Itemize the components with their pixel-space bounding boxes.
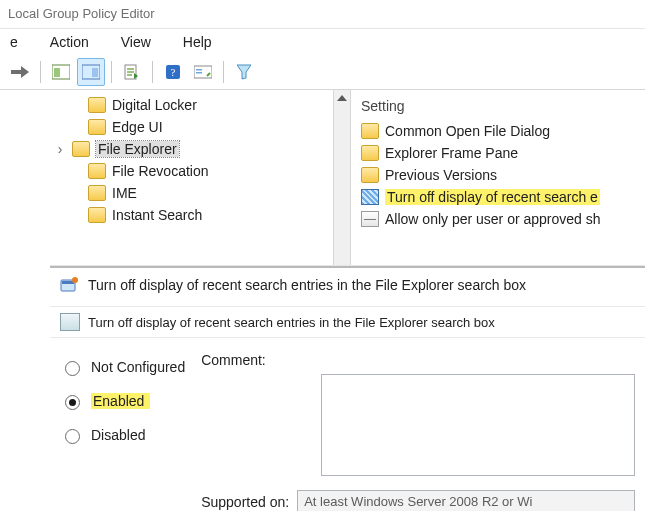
- panel-tree-icon: [52, 64, 70, 80]
- list-item-common-open-file-dialog[interactable]: Common Open File Dialog: [361, 120, 635, 142]
- list-item-label: Turn off display of recent search e: [385, 189, 600, 205]
- forward-button[interactable]: [6, 58, 34, 86]
- show-hide-action-pane-button[interactable]: [77, 58, 105, 86]
- list-item-label: Previous Versions: [385, 167, 497, 183]
- funnel-icon: [237, 64, 251, 80]
- supported-on-field: At least Windows Server 2008 R2 or Wi: [297, 490, 635, 511]
- tree-item-label: File Explorer: [96, 141, 179, 157]
- list-item-allow-only-per-user[interactable]: Allow only per user or approved sh: [361, 208, 635, 230]
- menu-bar: e Action View Help: [0, 29, 645, 55]
- svg-point-12: [72, 277, 78, 283]
- folder-icon: [361, 167, 379, 183]
- tree-item-label: Digital Locker: [112, 97, 197, 113]
- list-item-turn-off-recent-search[interactable]: Turn off display of recent search e: [361, 186, 635, 208]
- radio-disabled[interactable]: Disabled: [60, 426, 185, 444]
- comment-textarea[interactable]: [321, 374, 635, 476]
- tree-item-file-explorer[interactable]: › File Explorer: [0, 138, 350, 160]
- radio-enabled[interactable]: Enabled: [60, 392, 185, 410]
- svg-rect-3: [92, 68, 98, 77]
- show-hide-tree-button[interactable]: [47, 58, 75, 86]
- dialog-subtitle: Turn off display of recent search entrie…: [88, 315, 495, 330]
- window-title: Local Group Policy Editor: [0, 0, 645, 29]
- policy-dialog-icon: [60, 276, 80, 294]
- folder-icon: [72, 141, 90, 157]
- radio-not-configured[interactable]: Not Configured: [60, 358, 185, 376]
- svg-rect-9: [196, 72, 202, 74]
- svg-rect-11: [62, 281, 74, 284]
- settings-icon: [60, 313, 80, 331]
- folder-icon: [88, 163, 106, 179]
- scroll-up-icon[interactable]: [334, 90, 350, 106]
- svg-rect-8: [196, 69, 202, 71]
- tree-item-label: File Revocation: [112, 163, 209, 179]
- separator: [223, 61, 224, 83]
- menu-help[interactable]: Help: [179, 32, 216, 52]
- menu-view[interactable]: View: [117, 32, 155, 52]
- folder-icon: [88, 119, 106, 135]
- toolbar: ?: [0, 55, 645, 90]
- expander-icon[interactable]: ›: [54, 141, 66, 157]
- menu-action[interactable]: Action: [46, 32, 93, 52]
- list-item-label: Explorer Frame Pane: [385, 145, 518, 161]
- separator: [40, 61, 41, 83]
- forward-arrow-icon: [11, 65, 29, 79]
- properties-button[interactable]: [189, 58, 217, 86]
- policy-properties-dialog: Turn off display of recent search entrie…: [50, 266, 645, 511]
- list-item-label: Allow only per user or approved sh: [385, 211, 601, 227]
- supported-on-label: Supported on:: [201, 494, 289, 510]
- radio-input-disabled[interactable]: [65, 429, 80, 444]
- dialog-subtitle-row: Turn off display of recent search entrie…: [50, 306, 645, 338]
- tree-item-ime[interactable]: IME: [0, 182, 350, 204]
- folder-icon: [88, 185, 106, 201]
- tree-item-label: Instant Search: [112, 207, 202, 223]
- list-item-explorer-frame-pane[interactable]: Explorer Frame Pane: [361, 142, 635, 164]
- folder-icon: [361, 123, 379, 139]
- help-button[interactable]: ?: [159, 58, 187, 86]
- radio-label: Enabled: [91, 393, 150, 409]
- dialog-title: Turn off display of recent search entrie…: [88, 277, 526, 293]
- folder-icon: [361, 145, 379, 161]
- state-radio-group: Not Configured Enabled Disabled: [60, 352, 185, 511]
- tree-item-digital-locker[interactable]: Digital Locker: [0, 94, 350, 116]
- tree-item-edge-ui[interactable]: Edge UI: [0, 116, 350, 138]
- dialog-title-row: Turn off display of recent search entrie…: [50, 268, 645, 302]
- radio-input-enabled[interactable]: [65, 395, 80, 410]
- export-list-button[interactable]: [118, 58, 146, 86]
- policy-icon: [361, 189, 379, 205]
- tree-item-file-revocation[interactable]: File Revocation: [0, 160, 350, 182]
- radio-input-not-configured[interactable]: [65, 361, 80, 376]
- menu-file[interactable]: e: [6, 32, 22, 52]
- separator: [152, 61, 153, 83]
- tree-item-label: IME: [112, 185, 137, 201]
- export-list-icon: [124, 64, 140, 80]
- tree-item-label: Edge UI: [112, 119, 163, 135]
- radio-label: Disabled: [91, 427, 145, 443]
- filter-button[interactable]: [230, 58, 258, 86]
- list-item-previous-versions[interactable]: Previous Versions: [361, 164, 635, 186]
- policy-icon: [361, 211, 379, 227]
- properties-icon: [194, 64, 212, 80]
- list-column-header[interactable]: Setting: [361, 96, 635, 120]
- radio-label: Not Configured: [91, 359, 185, 375]
- svg-rect-1: [54, 68, 60, 77]
- panel-action-icon: [82, 64, 100, 80]
- svg-text:?: ?: [171, 66, 176, 78]
- separator: [111, 61, 112, 83]
- comment-label: Comment:: [201, 352, 635, 368]
- tree-item-instant-search[interactable]: Instant Search: [0, 204, 350, 226]
- folder-icon: [88, 97, 106, 113]
- folder-icon: [88, 207, 106, 223]
- help-icon: ?: [165, 64, 181, 80]
- list-item-label: Common Open File Dialog: [385, 123, 550, 139]
